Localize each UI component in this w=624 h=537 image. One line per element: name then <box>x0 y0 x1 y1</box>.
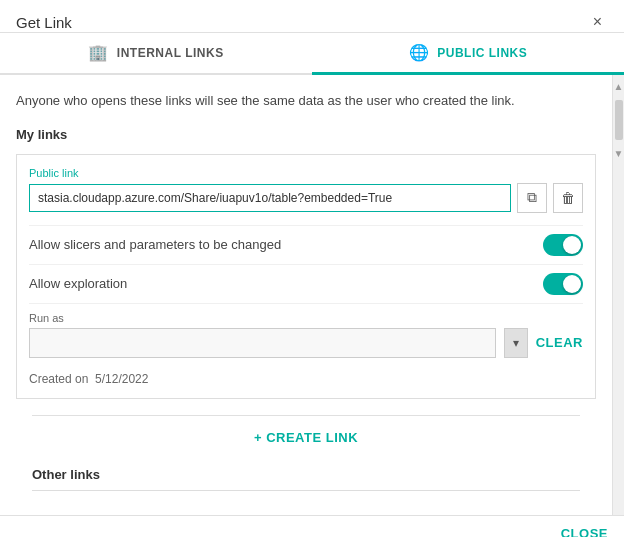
create-link-row: + CREATE LINK <box>32 415 580 459</box>
tab-public-links[interactable]: 🌐 PUBLIC LINKS <box>312 33 624 75</box>
public-link-label: Public link <box>29 167 583 179</box>
create-link-button[interactable]: + CREATE LINK <box>254 430 358 445</box>
copy-icon: ⧉ <box>527 189 537 206</box>
other-links-title: Other links <box>32 467 580 482</box>
delete-icon: 🗑 <box>561 190 575 206</box>
allow-exploration-slider <box>543 273 583 295</box>
delete-link-button[interactable]: 🗑 <box>553 183 583 213</box>
other-links-divider <box>32 490 580 491</box>
select-arrow-icon[interactable]: ▾ <box>504 328 528 358</box>
tab-internal-links[interactable]: 🏢 INTERNAL LINKS <box>0 33 312 75</box>
allow-exploration-row: Allow exploration <box>29 264 583 303</box>
public-link-input[interactable] <box>29 184 511 212</box>
internal-links-icon: 🏢 <box>88 43 109 62</box>
run-as-select[interactable] <box>29 328 496 358</box>
created-on-label: Created on <box>29 372 88 386</box>
allow-slicers-row: Allow slicers and parameters to be chang… <box>29 225 583 264</box>
created-on-row: Created on 5/12/2022 <box>29 372 583 386</box>
dialog-header: Get Link × <box>0 0 624 33</box>
created-on-date: 5/12/2022 <box>95 372 148 386</box>
dialog-body: Anyone who opens these links will see th… <box>0 75 624 515</box>
dialog-footer: CLOSE <box>0 515 624 538</box>
allow-exploration-label: Allow exploration <box>29 276 127 291</box>
scrollbar-track: ▲ ▼ <box>612 75 624 515</box>
allow-exploration-toggle[interactable] <box>543 273 583 295</box>
run-as-row: Run as ▾ CLEAR <box>29 303 583 364</box>
footer-close-button[interactable]: CLOSE <box>561 526 608 538</box>
close-dialog-button[interactable]: × <box>587 12 608 32</box>
scroll-down-arrow[interactable]: ▼ <box>614 144 624 163</box>
get-link-dialog: Get Link × 🏢 INTERNAL LINKS 🌐 PUBLIC LIN… <box>0 0 624 537</box>
public-link-description: Anyone who opens these links will see th… <box>16 91 596 111</box>
tab-internal-links-label: INTERNAL LINKS <box>117 46 224 60</box>
tab-public-links-label: PUBLIC LINKS <box>437 46 527 60</box>
link-url-row: ⧉ 🗑 <box>29 183 583 213</box>
allow-slicers-slider <box>543 234 583 256</box>
scroll-up-arrow[interactable]: ▲ <box>614 77 624 96</box>
public-links-icon: 🌐 <box>409 43 430 62</box>
run-as-label: Run as <box>29 312 583 324</box>
clear-button[interactable]: CLEAR <box>536 335 583 350</box>
allow-slicers-toggle[interactable] <box>543 234 583 256</box>
other-links-section: Other links <box>16 459 596 499</box>
dialog-title: Get Link <box>16 14 72 31</box>
copy-link-button[interactable]: ⧉ <box>517 183 547 213</box>
scroll-thumb[interactable] <box>615 100 623 140</box>
tab-bar: 🏢 INTERNAL LINKS 🌐 PUBLIC LINKS <box>0 33 624 75</box>
main-content: Anyone who opens these links will see th… <box>0 75 612 515</box>
allow-slicers-label: Allow slicers and parameters to be chang… <box>29 237 281 252</box>
link-card: Public link ⧉ 🗑 Allow slicers and parame… <box>16 154 596 399</box>
run-as-select-row: ▾ CLEAR <box>29 328 583 358</box>
my-links-section-title: My links <box>16 127 596 142</box>
